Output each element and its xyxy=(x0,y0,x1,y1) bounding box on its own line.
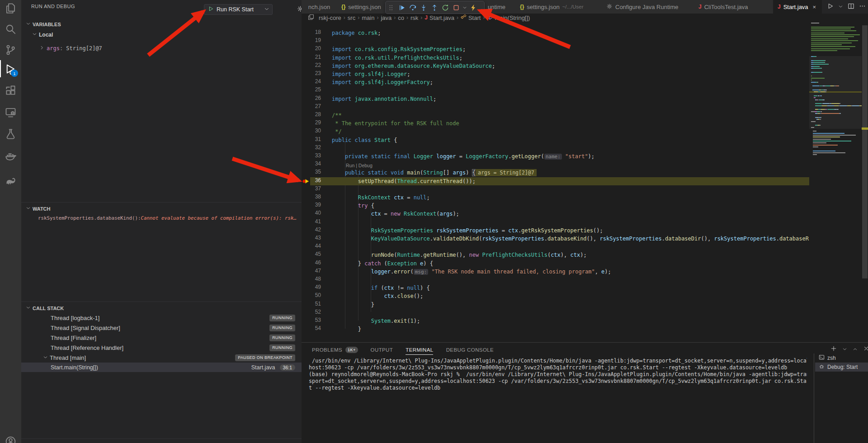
section-divider xyxy=(21,202,302,203)
code-line[interactable]: try { xyxy=(332,202,374,210)
restart-icon[interactable] xyxy=(440,2,451,13)
activity-bar-item-extensions[interactable] xyxy=(0,81,21,99)
variable-row-args[interactable]: args : String[2]@7 xyxy=(21,44,302,52)
code-line[interactable]: import co.rsk.util.PreflightChecksUtils; xyxy=(332,54,462,62)
activity-bar-item-remote-explorer[interactable] xyxy=(0,103,21,121)
tab-settings-json[interactable]: {}settings.json~/.../User xyxy=(515,0,602,14)
code-line[interactable]: RskSystemProperties rskSystemProperties … xyxy=(332,226,603,235)
panel-tab-debug-console[interactable]: DEBUG CONSOLE xyxy=(446,344,494,356)
stack-frame-row[interactable]: Start.main(String[]) Start.java 36:1 xyxy=(21,363,302,372)
activity-bar-item-source-control[interactable] xyxy=(0,41,21,59)
thread-label: Thread [Finalizer] xyxy=(51,335,96,341)
code-line[interactable]: logger.error(msg: "The RSK node main thr… xyxy=(332,268,611,276)
overview-ruler-scrollbar[interactable] xyxy=(862,14,868,342)
step-into-icon[interactable] xyxy=(418,2,429,13)
breadcrumb-item[interactable]: java xyxy=(381,14,392,21)
breadcrumb-item[interactable]: main xyxy=(362,14,374,21)
code-line[interactable]: System.exit(1); xyxy=(332,317,420,325)
breadcrumb-item[interactable]: Start xyxy=(461,14,481,21)
code-line[interactable]: } xyxy=(332,301,374,309)
chevron-right-icon[interactable] xyxy=(39,45,44,52)
code-line[interactable]: KeyValueDataSource.validateDbKind(rskSys… xyxy=(332,235,809,243)
gear-icon[interactable] xyxy=(297,5,302,14)
step-out-icon[interactable] xyxy=(429,2,440,13)
hot-code-replace-icon[interactable] xyxy=(468,2,479,13)
more-icon xyxy=(859,3,866,9)
activity-bar-item-search[interactable] xyxy=(0,20,21,38)
stop-icon[interactable] xyxy=(451,2,462,13)
activity-bar-item-account[interactable] xyxy=(0,432,21,443)
tab-configure-java-runtime[interactable]: Configure Java Runtime xyxy=(602,0,694,14)
code-line[interactable]: } catch (Exception e) { xyxy=(332,259,433,268)
code-line[interactable]: import org.slf4j.LoggerFactory; xyxy=(332,78,433,86)
code-line[interactable]: RskContext ctx = null; xyxy=(332,193,430,202)
breadcrumb-item[interactable]: co xyxy=(398,14,404,21)
code-editor[interactable]: 18package co.rsk;1920import co.rsk.confi… xyxy=(302,22,809,342)
terminal-list-item-zsh[interactable]: zsh xyxy=(815,353,868,363)
code-line[interactable]: package co.rsk; xyxy=(332,29,381,37)
minimap[interactable] xyxy=(809,22,862,342)
run-configuration-button[interactable]: Run RSK Start xyxy=(204,4,273,15)
code-line[interactable]: import javax.annotation.Nonnull; xyxy=(332,95,436,103)
split-editor-icon xyxy=(848,3,854,9)
call-stack-thread-row[interactable]: Thread [Signal Dispatcher]RUNNING xyxy=(21,323,302,333)
code-line[interactable]: ctx.close(); xyxy=(332,292,423,300)
code-line[interactable]: public class Start { xyxy=(332,136,397,144)
code-line[interactable]: /** xyxy=(332,111,342,119)
restart-icon xyxy=(442,4,449,11)
call-stack-thread-row[interactable]: Thread [main]PAUSED ON BREAKPOINT xyxy=(21,353,302,363)
stack-frame-label: Start.main(String[]) xyxy=(51,364,98,371)
explorer-icon xyxy=(5,3,16,14)
activity-bar-item-gradle[interactable] xyxy=(0,172,21,190)
continue-icon[interactable] xyxy=(396,2,407,13)
breadcrumb[interactable]: rskj-core›src›main›java›co›rsk›JStart.ja… xyxy=(302,14,823,22)
tab-start-java[interactable]: JStart.java× xyxy=(773,0,822,14)
call-stack-thread-row[interactable]: Thread [Reference Handler]RUNNING xyxy=(21,343,302,353)
call-stack-thread-row[interactable]: Thread [logback-1]RUNNING xyxy=(21,313,302,323)
code-line[interactable]: */ xyxy=(332,127,342,136)
watch-expression-row[interactable]: rskSystemProperties.databaseKind(): Cann… xyxy=(21,214,302,222)
breadcrumb-item[interactable]: JStart.java xyxy=(425,14,454,21)
call-stack-thread-row[interactable]: Thread [Finalizer]RUNNING xyxy=(21,333,302,343)
breakpoints-section-header[interactable]: BREAKPOINTS xyxy=(21,440,302,443)
close-icon[interactable]: × xyxy=(813,4,816,10)
variables-scope-local[interactable]: Local xyxy=(21,31,302,39)
chevron-down-icon[interactable] xyxy=(462,2,468,13)
code-line[interactable]: if (ctx != null) { xyxy=(332,284,430,292)
continue-icon xyxy=(398,4,406,11)
panel-tab-problems[interactable]: PROBLEMS1K+ xyxy=(312,344,358,356)
tab-label: settings.json xyxy=(527,4,559,10)
breakpoint-current-line-icon[interactable] xyxy=(302,177,310,185)
step-over-icon[interactable] xyxy=(407,2,418,13)
variables-section-header[interactable]: VARIABLES xyxy=(21,20,302,28)
code-line[interactable]: import org.ethereum.datasource.KeyValueD… xyxy=(332,62,495,70)
code-line[interactable]: setUpThread(Thread.currentThread()); xyxy=(332,177,476,185)
code-line[interactable]: } xyxy=(332,325,361,333)
terminal-list-item-debug-start[interactable]: Debug: Start xyxy=(815,363,868,372)
activity-bar-item-run-debug[interactable] xyxy=(0,60,21,78)
watch-section-header[interactable]: WATCH xyxy=(21,204,302,213)
breadcrumb-item[interactable]: rskj-core xyxy=(319,14,341,21)
code-line[interactable]: import org.slf4j.Logger; xyxy=(332,70,410,78)
json-icon: {} xyxy=(341,4,345,10)
code-line[interactable]: private static final Logger logger = Log… xyxy=(332,152,594,161)
activity-bar-item-docker[interactable] xyxy=(0,146,21,165)
tab-nch-json[interactable]: nch.json xyxy=(302,0,337,14)
call-stack-section-header[interactable]: CALL STACK xyxy=(21,304,302,312)
code-line[interactable]: public static void main(String[] args) { xyxy=(332,169,476,177)
activity-bar-item-explorer[interactable] xyxy=(0,0,21,17)
scrollbar-thumb[interactable] xyxy=(862,25,868,278)
code-line[interactable]: ctx = new RskContext(args); xyxy=(332,210,459,218)
code-line[interactable]: runNode(Runtime.getRuntime(), new Prefli… xyxy=(332,251,587,259)
codelens-run-debug[interactable]: Run | Debug xyxy=(346,163,373,168)
breadcrumb-item[interactable]: src xyxy=(348,14,355,21)
chevron-down-icon[interactable] xyxy=(264,6,269,13)
tab-clitoolstest-java[interactable]: JCliToolsTest.java xyxy=(694,0,774,14)
breadcrumb-item[interactable]: main(String[]) xyxy=(487,14,530,21)
code-line[interactable]: import co.rsk.config.RskSystemProperties… xyxy=(332,45,466,53)
panel-tab-output[interactable]: OUTPUT xyxy=(371,344,393,356)
activity-bar-item-test[interactable] xyxy=(0,125,21,143)
code-line[interactable]: * The entrypoint for the RSK full node xyxy=(332,119,459,127)
breadcrumb-item[interactable]: rsk xyxy=(410,14,418,21)
line-number: 32 xyxy=(302,144,321,151)
